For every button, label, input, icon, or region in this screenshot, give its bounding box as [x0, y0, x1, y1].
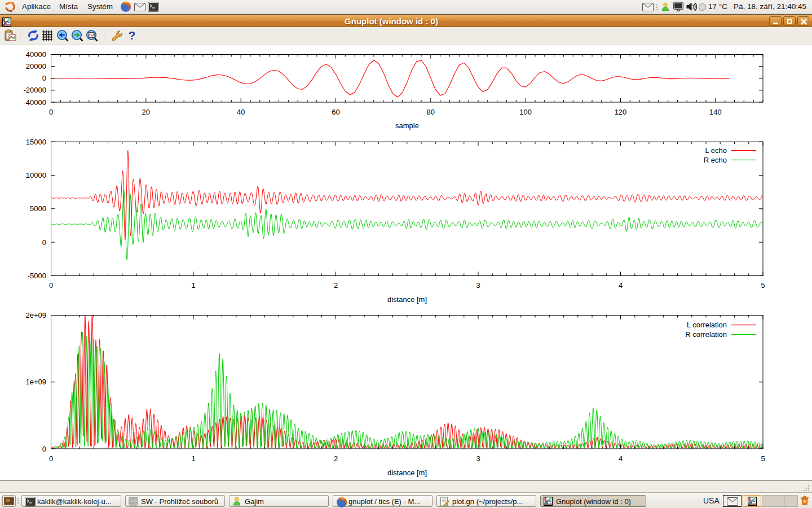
svg-text:140: 140 [709, 108, 722, 116]
svg-text:15000: 15000 [26, 138, 46, 146]
svg-text:2: 2 [334, 454, 338, 463]
svg-text:3: 3 [476, 454, 480, 463]
svg-text:120: 120 [615, 108, 627, 116]
svg-text:5: 5 [761, 281, 765, 290]
svg-text:distance [m]: distance [m] [387, 468, 427, 477]
svg-text:2: 2 [334, 281, 338, 290]
svg-text:1: 1 [191, 454, 195, 463]
svg-text:100: 100 [519, 108, 532, 116]
svg-text:5: 5 [761, 454, 765, 463]
svg-text:R correlation: R correlation [685, 330, 727, 339]
svg-text:40000: 40000 [26, 50, 46, 59]
svg-text:2e+09: 2e+09 [25, 311, 46, 319]
svg-text:10000: 10000 [26, 171, 46, 179]
svg-text:20000: 20000 [26, 62, 46, 71]
svg-text:0: 0 [42, 238, 46, 247]
svg-text:1e+09: 1e+09 [25, 378, 46, 386]
svg-text:-20000: -20000 [24, 86, 46, 94]
svg-text:0: 0 [42, 445, 46, 453]
svg-text:1: 1 [191, 281, 195, 290]
svg-text:60: 60 [332, 108, 339, 116]
svg-text:0: 0 [49, 454, 53, 463]
svg-text:-40000: -40000 [24, 98, 46, 107]
svg-text:20: 20 [142, 108, 150, 116]
svg-text:5000: 5000 [30, 204, 46, 213]
svg-text:3: 3 [476, 281, 480, 290]
svg-text:0: 0 [49, 281, 53, 290]
svg-text:40: 40 [237, 108, 245, 116]
svg-text:?: ? [129, 29, 136, 42]
svg-text:distance [m]: distance [m] [387, 295, 427, 304]
svg-text:-5000: -5000 [28, 271, 46, 280]
svg-text:80: 80 [427, 108, 435, 116]
svg-text:0: 0 [49, 108, 53, 116]
svg-text:R echo: R echo [704, 156, 727, 164]
svg-text:sample: sample [395, 121, 419, 130]
svg-text:4: 4 [619, 454, 623, 463]
svg-text:L correlation: L correlation [687, 321, 727, 329]
svg-text:0: 0 [42, 74, 46, 82]
svg-text:4: 4 [619, 281, 623, 290]
svg-text:L echo: L echo [705, 146, 727, 155]
